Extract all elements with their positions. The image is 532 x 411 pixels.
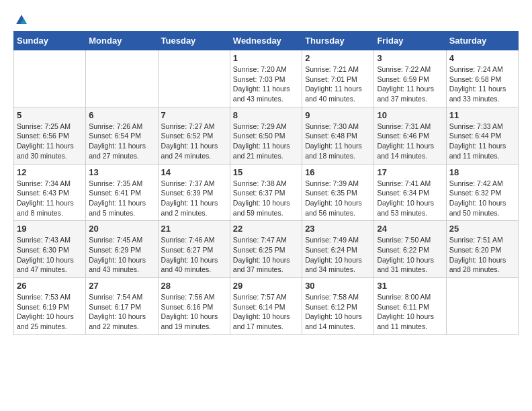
day-cell: 30Sunrise: 7:58 AM Sunset: 6:12 PM Dayli…: [302, 278, 374, 335]
day-number: 28: [161, 281, 227, 291]
day-info: Sunrise: 7:38 AM Sunset: 6:37 PM Dayligh…: [233, 179, 299, 218]
day-number: 21: [161, 224, 227, 234]
week-row-4: 19Sunrise: 7:43 AM Sunset: 6:30 PM Dayli…: [14, 221, 519, 278]
weekday-header-sunday: Sunday: [14, 32, 86, 50]
day-info: Sunrise: 7:50 AM Sunset: 6:22 PM Dayligh…: [377, 235, 443, 275]
day-number: 8: [233, 110, 299, 120]
day-cell: [14, 50, 86, 107]
day-cell: 13Sunrise: 7:35 AM Sunset: 6:41 PM Dayli…: [86, 164, 158, 221]
day-info: Sunrise: 7:34 AM Sunset: 6:43 PM Dayligh…: [17, 179, 83, 218]
day-cell: 31Sunrise: 8:00 AM Sunset: 6:11 PM Dayli…: [374, 278, 446, 335]
day-info: Sunrise: 7:22 AM Sunset: 6:59 PM Dayligh…: [377, 64, 443, 104]
day-cell: 10Sunrise: 7:31 AM Sunset: 6:46 PM Dayli…: [374, 107, 446, 164]
day-number: 11: [449, 110, 515, 120]
weekday-header-saturday: Saturday: [446, 32, 518, 50]
day-number: 18: [449, 167, 515, 177]
day-cell: 21Sunrise: 7:46 AM Sunset: 6:27 PM Dayli…: [158, 221, 230, 278]
calendar: SundayMondayTuesdayWednesdayThursdayFrid…: [13, 31, 519, 335]
day-info: Sunrise: 7:58 AM Sunset: 6:12 PM Dayligh…: [305, 292, 371, 332]
day-number: 22: [233, 224, 299, 234]
day-cell: 19Sunrise: 7:43 AM Sunset: 6:30 PM Dayli…: [14, 221, 86, 278]
day-cell: 24Sunrise: 7:50 AM Sunset: 6:22 PM Dayli…: [374, 221, 446, 278]
day-cell: 11Sunrise: 7:33 AM Sunset: 6:44 PM Dayli…: [446, 107, 518, 164]
day-info: Sunrise: 7:47 AM Sunset: 6:25 PM Dayligh…: [233, 235, 299, 275]
day-info: Sunrise: 7:33 AM Sunset: 6:44 PM Dayligh…: [449, 122, 515, 161]
day-info: Sunrise: 7:57 AM Sunset: 6:14 PM Dayligh…: [233, 292, 299, 332]
day-cell: 29Sunrise: 7:57 AM Sunset: 6:14 PM Dayli…: [230, 278, 302, 335]
day-number: 19: [17, 224, 83, 234]
day-cell: 8Sunrise: 7:29 AM Sunset: 6:50 PM Daylig…: [230, 107, 302, 164]
day-cell: 20Sunrise: 7:45 AM Sunset: 6:29 PM Dayli…: [86, 221, 158, 278]
day-number: 24: [377, 224, 443, 234]
day-cell: 28Sunrise: 7:56 AM Sunset: 6:16 PM Dayli…: [158, 278, 230, 335]
day-info: Sunrise: 7:21 AM Sunset: 7:01 PM Dayligh…: [305, 64, 371, 104]
day-cell: 1Sunrise: 7:20 AM Sunset: 7:03 PM Daylig…: [230, 50, 302, 107]
day-cell: 14Sunrise: 7:37 AM Sunset: 6:39 PM Dayli…: [158, 164, 230, 221]
day-number: 4: [449, 53, 515, 63]
day-info: Sunrise: 7:26 AM Sunset: 6:54 PM Dayligh…: [89, 122, 154, 161]
day-info: Sunrise: 7:39 AM Sunset: 6:35 PM Dayligh…: [305, 179, 371, 218]
header: [13, 13, 519, 24]
day-number: 12: [17, 167, 83, 177]
day-number: 10: [377, 110, 443, 120]
week-row-5: 26Sunrise: 7:53 AM Sunset: 6:19 PM Dayli…: [14, 278, 519, 335]
day-info: Sunrise: 7:45 AM Sunset: 6:29 PM Dayligh…: [89, 235, 154, 275]
day-info: Sunrise: 7:25 AM Sunset: 6:56 PM Dayligh…: [17, 122, 83, 161]
day-number: 15: [233, 167, 299, 177]
day-info: Sunrise: 7:49 AM Sunset: 6:24 PM Dayligh…: [305, 235, 371, 275]
day-info: Sunrise: 7:37 AM Sunset: 6:39 PM Dayligh…: [161, 179, 227, 218]
weekday-header-row: SundayMondayTuesdayWednesdayThursdayFrid…: [14, 32, 519, 50]
day-info: Sunrise: 8:00 AM Sunset: 6:11 PM Dayligh…: [377, 292, 443, 332]
day-number: 16: [305, 167, 371, 177]
day-number: 6: [89, 110, 154, 120]
weekday-header-tuesday: Tuesday: [158, 32, 230, 50]
day-cell: [86, 50, 158, 107]
day-cell: 23Sunrise: 7:49 AM Sunset: 6:24 PM Dayli…: [302, 221, 374, 278]
day-number: 25: [449, 224, 515, 234]
day-info: Sunrise: 7:46 AM Sunset: 6:27 PM Dayligh…: [161, 235, 227, 275]
day-cell: 17Sunrise: 7:41 AM Sunset: 6:34 PM Dayli…: [374, 164, 446, 221]
day-cell: 22Sunrise: 7:47 AM Sunset: 6:25 PM Dayli…: [230, 221, 302, 278]
day-cell: [446, 278, 518, 335]
week-row-2: 5Sunrise: 7:25 AM Sunset: 6:56 PM Daylig…: [14, 107, 519, 164]
day-cell: 15Sunrise: 7:38 AM Sunset: 6:37 PM Dayli…: [230, 164, 302, 221]
day-number: 2: [305, 53, 371, 63]
day-cell: 3Sunrise: 7:22 AM Sunset: 6:59 PM Daylig…: [374, 50, 446, 107]
day-number: 5: [17, 110, 83, 120]
day-number: 17: [377, 167, 443, 177]
day-number: 3: [377, 53, 443, 63]
day-info: Sunrise: 7:41 AM Sunset: 6:34 PM Dayligh…: [377, 179, 443, 218]
logo: [13, 13, 28, 24]
weekday-header-monday: Monday: [86, 32, 158, 50]
day-number: 1: [233, 53, 299, 63]
day-cell: 25Sunrise: 7:51 AM Sunset: 6:20 PM Dayli…: [446, 221, 518, 278]
day-info: Sunrise: 7:30 AM Sunset: 6:48 PM Dayligh…: [305, 122, 371, 161]
day-number: 9: [305, 110, 371, 120]
day-cell: [158, 50, 230, 107]
day-cell: 5Sunrise: 7:25 AM Sunset: 6:56 PM Daylig…: [14, 107, 86, 164]
day-number: 7: [161, 110, 227, 120]
day-number: 30: [305, 281, 371, 291]
day-info: Sunrise: 7:43 AM Sunset: 6:30 PM Dayligh…: [17, 235, 83, 275]
day-number: 26: [17, 281, 83, 291]
day-info: Sunrise: 7:51 AM Sunset: 6:20 PM Dayligh…: [449, 235, 515, 275]
day-cell: 12Sunrise: 7:34 AM Sunset: 6:43 PM Dayli…: [14, 164, 86, 221]
week-row-1: 1Sunrise: 7:20 AM Sunset: 7:03 PM Daylig…: [14, 50, 519, 107]
day-number: 13: [89, 167, 154, 177]
day-cell: 18Sunrise: 7:42 AM Sunset: 6:32 PM Dayli…: [446, 164, 518, 221]
day-cell: 27Sunrise: 7:54 AM Sunset: 6:17 PM Dayli…: [86, 278, 158, 335]
weekday-header-thursday: Thursday: [302, 32, 374, 50]
day-info: Sunrise: 7:27 AM Sunset: 6:52 PM Dayligh…: [161, 122, 227, 161]
day-number: 29: [233, 281, 299, 291]
day-number: 27: [89, 281, 154, 291]
day-number: 23: [305, 224, 371, 234]
weekday-header-friday: Friday: [374, 32, 446, 50]
day-info: Sunrise: 7:20 AM Sunset: 7:03 PM Dayligh…: [233, 64, 299, 104]
day-cell: 2Sunrise: 7:21 AM Sunset: 7:01 PM Daylig…: [302, 50, 374, 107]
day-number: 14: [161, 167, 227, 177]
day-cell: 26Sunrise: 7:53 AM Sunset: 6:19 PM Dayli…: [14, 278, 86, 335]
weekday-header-wednesday: Wednesday: [230, 32, 302, 50]
day-info: Sunrise: 7:53 AM Sunset: 6:19 PM Dayligh…: [17, 292, 83, 332]
day-info: Sunrise: 7:35 AM Sunset: 6:41 PM Dayligh…: [89, 179, 154, 218]
week-row-3: 12Sunrise: 7:34 AM Sunset: 6:43 PM Dayli…: [14, 164, 519, 221]
